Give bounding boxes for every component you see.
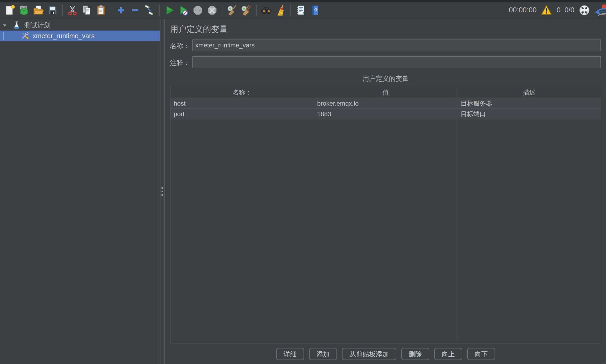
tree-item-label: 测试计划 bbox=[24, 21, 51, 30]
open-file-button[interactable] bbox=[32, 4, 44, 17]
templates-icon bbox=[18, 4, 30, 16]
comment-input[interactable] bbox=[192, 56, 601, 68]
help-book-icon: ? bbox=[309, 4, 321, 16]
search-binoculars-icon bbox=[261, 4, 272, 16]
splitter-grip-dot bbox=[162, 187, 163, 189]
toolbar-status-area: 00:00:00 0 0/0 bbox=[509, 2, 606, 18]
save-button[interactable] bbox=[46, 4, 58, 17]
toolbar: STOP bbox=[0, 2, 606, 18]
toolbar-separator bbox=[290, 5, 291, 16]
collapse-all-button[interactable] bbox=[129, 4, 141, 17]
window-top-edge bbox=[0, 0, 606, 2]
splitter-grip-dot bbox=[162, 194, 163, 196]
jmeter-logo-icon bbox=[594, 3, 606, 17]
table-header-row: 名称： 值 描述 bbox=[170, 87, 601, 98]
column-header-value[interactable]: 值 bbox=[314, 87, 458, 98]
splitter-grip-dot bbox=[162, 191, 163, 192]
detail-button[interactable]: 详细 bbox=[276, 348, 304, 360]
table-cell[interactable]: 1883 bbox=[314, 109, 458, 119]
svg-text:STOP: STOP bbox=[195, 9, 201, 12]
table-row[interactable]: port1883目标端口 bbox=[170, 109, 601, 119]
add-from-clipboard-button[interactable]: 从剪贴板添加 bbox=[342, 348, 396, 360]
comment-label: 注释： bbox=[170, 58, 190, 67]
table-cell[interactable]: port bbox=[170, 109, 314, 119]
table-empty-area bbox=[170, 119, 601, 343]
variables-table-title: 用户定义的变量 bbox=[170, 74, 601, 83]
help-button[interactable]: ? bbox=[309, 4, 321, 17]
column-header-description[interactable]: 描述 bbox=[457, 87, 601, 98]
toolbar-separator bbox=[111, 5, 111, 16]
table-row[interactable]: hostbroker.emqx.io目标服务器 bbox=[170, 98, 601, 109]
cut-scissors-icon bbox=[67, 4, 78, 16]
table-cell[interactable]: 目标端口 bbox=[457, 109, 601, 119]
name-label: 名称： bbox=[170, 42, 190, 50]
new-file-icon bbox=[4, 4, 16, 16]
search-reset-broom-icon bbox=[275, 4, 286, 16]
svg-text:?: ? bbox=[314, 7, 317, 14]
clear-button[interactable] bbox=[226, 4, 238, 17]
stop-button[interactable]: STOP bbox=[192, 4, 204, 17]
page-title: 用户定义的变量 bbox=[170, 24, 227, 35]
elapsed-time: 00:00:00 bbox=[509, 6, 536, 14]
clear-broom-icon bbox=[226, 4, 238, 16]
start-button[interactable] bbox=[163, 4, 175, 17]
search-button[interactable] bbox=[260, 4, 272, 17]
table-cell[interactable]: host bbox=[170, 98, 314, 109]
warning-triangle-icon[interactable] bbox=[540, 4, 553, 16]
variables-table: 名称： 值 描述 hostbroker.emqx.io目标服务器port1883… bbox=[170, 87, 601, 343]
table-body: hostbroker.emqx.io目标服务器port1883目标端口 bbox=[170, 98, 601, 119]
panel-splitter[interactable] bbox=[160, 19, 165, 364]
table-cell[interactable]: broker.emqx.io bbox=[314, 98, 458, 109]
tree-item-test-plan[interactable]: 测试计划 bbox=[0, 20, 160, 31]
toolbar-separator bbox=[159, 5, 160, 16]
add-button[interactable]: 添加 bbox=[309, 348, 337, 360]
save-floppy-icon bbox=[47, 4, 58, 16]
delete-button[interactable]: 删除 bbox=[401, 348, 429, 360]
stop-octagon-icon: STOP bbox=[192, 4, 204, 16]
column-header-name[interactable]: 名称： bbox=[170, 87, 314, 98]
toggle-icon bbox=[144, 4, 155, 16]
start-no-pauses-button[interactable] bbox=[178, 4, 190, 17]
toolbar-separator bbox=[62, 5, 63, 16]
clear-all-button[interactable] bbox=[240, 4, 252, 17]
name-input[interactable] bbox=[192, 40, 601, 51]
templates-button[interactable] bbox=[18, 4, 30, 17]
function-helper-notebook-icon bbox=[295, 4, 306, 16]
jmeter-logo bbox=[594, 3, 606, 18]
table-cell[interactable]: 目标服务器 bbox=[457, 98, 601, 109]
plus-icon bbox=[115, 4, 127, 16]
expand-all-button[interactable] bbox=[115, 4, 127, 17]
expander-arrow-icon[interactable] bbox=[2, 22, 7, 28]
clear-all-brooms-icon bbox=[241, 4, 252, 16]
new-file-button[interactable] bbox=[4, 4, 16, 17]
shutdown-octagon-icon bbox=[206, 4, 218, 16]
minus-icon bbox=[129, 4, 141, 16]
copy-button[interactable] bbox=[81, 4, 93, 17]
start-no-pauses-icon bbox=[178, 4, 189, 16]
toolbar-separator bbox=[222, 5, 222, 16]
paste-clipboard-icon bbox=[95, 4, 107, 16]
toolbar-separator bbox=[256, 5, 257, 16]
copy-icon bbox=[81, 4, 92, 16]
table-button-row: 详细 添加 从剪贴板添加 删除 向上 向下 bbox=[170, 348, 601, 360]
window-resize-grip[interactable] bbox=[602, 360, 605, 363]
function-helper-button[interactable] bbox=[295, 4, 307, 17]
down-button[interactable]: 向下 bbox=[467, 348, 495, 360]
user-defined-variables-tools-icon bbox=[21, 31, 30, 41]
open-folder-icon bbox=[32, 4, 44, 16]
tree-item-label: xmeter_runtime_vars bbox=[33, 32, 95, 40]
toggle-button[interactable] bbox=[143, 4, 155, 17]
up-button[interactable]: 向上 bbox=[434, 348, 462, 360]
test-plan-flask-icon bbox=[12, 20, 21, 30]
warning-count: 0 bbox=[556, 6, 560, 14]
cut-button[interactable] bbox=[66, 4, 79, 17]
tree-item-user-defined-variables[interactable]: xmeter_runtime_vars bbox=[0, 31, 160, 41]
running-threads: 0/0 bbox=[564, 6, 574, 14]
search-reset-button[interactable] bbox=[275, 4, 287, 17]
paste-button[interactable] bbox=[95, 4, 107, 17]
remote-status-sphere-icon bbox=[578, 4, 590, 16]
shutdown-button[interactable] bbox=[206, 4, 218, 17]
user-defined-variables-panel: 用户定义的变量 名称： 注释： 用户定义的变量 名称： 值 描述 hostbro… bbox=[165, 19, 606, 364]
test-plan-tree: 测试计划 xmeter_runtime_vars bbox=[0, 19, 160, 364]
start-play-icon bbox=[164, 4, 175, 16]
